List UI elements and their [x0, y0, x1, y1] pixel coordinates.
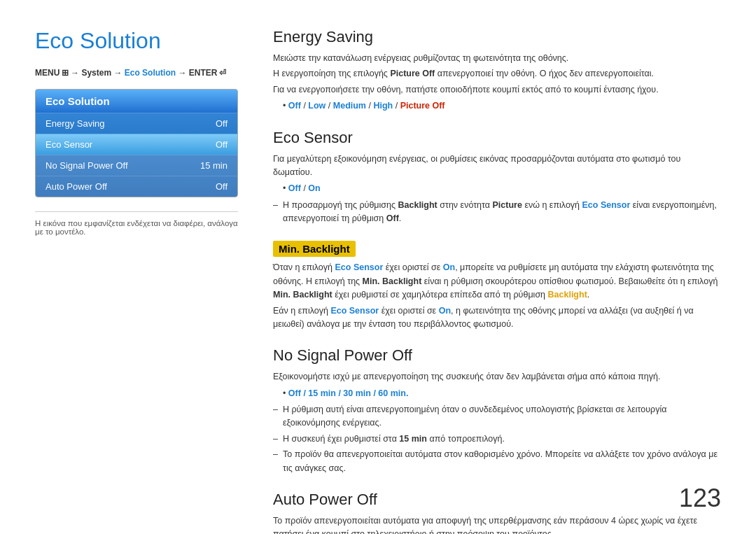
page-container: Eco Solution MENU ⊞ → System → Eco Solut…: [0, 0, 756, 534]
ui-box-row-auto-power[interactable]: Auto Power Off Off: [36, 176, 237, 197]
no-signal-bullet: • Off / 15 min / 30 min / 60 min.: [283, 387, 721, 400]
no-signal-note3: Το προϊόν θα απενεργοποιείται αυτόματα σ…: [273, 448, 721, 475]
no-signal-note1: Η ρύθμιση αυτή είναι απενεργοποιημένη ότ…: [273, 403, 721, 430]
section-body-auto-power-off: Το προϊόν απενεργοποιείται αυτόματα για …: [273, 514, 721, 534]
section-title-eco-sensor: Eco Sensor: [273, 129, 721, 147]
ui-box: Eco Solution Energy Saving Off Eco Senso…: [35, 89, 238, 197]
page-title: Eco Solution: [35, 28, 238, 54]
divider: [35, 211, 238, 212]
ui-box-row-no-signal[interactable]: No Signal Power Off 15 min: [36, 155, 237, 176]
row-value-eco-sensor: Off: [216, 139, 227, 150]
left-panel: Eco Solution MENU ⊞ → System → Eco Solut…: [35, 28, 259, 506]
model-note: Η εικόνα που εμφανίζεται ενδέχεται να δι…: [35, 219, 238, 236]
energy-saving-p3: Για να ενεργοποιήσετε την οθόνη, πατήστε…: [273, 83, 721, 97]
section-body-min-backlight: Όταν η επιλογή Eco Sensor έχει οριστεί σ…: [273, 261, 721, 331]
ui-box-row-eco-sensor[interactable]: Eco Sensor Off: [36, 134, 237, 155]
min-backlight-p1: Όταν η επιλογή Eco Sensor έχει οριστεί σ…: [273, 261, 721, 302]
no-signal-note2: Η συσκευή έχει ρυθμιστεί στα 15 min από …: [273, 433, 721, 446]
menu-path: MENU ⊞ → System → Eco Solution → ENTER ⏎: [35, 68, 238, 78]
min-backlight-p2: Εάν η επιλογή Eco Sensor έχει οριστεί σε…: [273, 304, 721, 332]
menu-path-highlight: Eco Solution: [125, 68, 176, 78]
section-eco-sensor: Eco Sensor Για μεγαλύτερη εξοικονόμηση ε…: [273, 129, 721, 226]
row-label-energy-saving: Energy Saving: [46, 118, 105, 129]
section-body-energy-saving: Μειώστε την κατανάλωση ενέργειας ρυθμίζο…: [273, 52, 721, 113]
section-energy-saving: Energy Saving Μειώστε την κατανάλωση ενέ…: [273, 28, 721, 113]
section-min-backlight: Min. Backlight Όταν η επιλογή Eco Sensor…: [273, 241, 721, 331]
energy-saving-bullet: • Off / Low / Medium / High / Picture Of…: [283, 99, 721, 113]
no-signal-p1: Εξοικονομήστε ισχύ με απενεργοποίηση της…: [273, 370, 721, 384]
row-value-energy-saving: Off: [216, 118, 227, 129]
right-panel: Energy Saving Μειώστε την κατανάλωση ενέ…: [259, 28, 721, 506]
auto-power-off-p1: Το προϊόν απενεργοποιείται αυτόματα για …: [273, 514, 721, 534]
section-title-energy-saving: Energy Saving: [273, 28, 721, 46]
page-number: 123: [679, 484, 721, 513]
energy-saving-p2: Η ενεργοποίηση της επιλογής Picture Off …: [273, 67, 721, 80]
row-label-eco-sensor: Eco Sensor: [46, 139, 92, 150]
section-body-no-signal: Εξοικονομήστε ισχύ με απενεργοποίηση της…: [273, 370, 721, 475]
row-value-no-signal: 15 min: [200, 160, 227, 171]
row-value-auto-power: Off: [216, 181, 227, 192]
eco-sensor-note: Η προσαρμογή της ρύθμισης Backlight στην…: [273, 199, 721, 226]
ui-box-row-energy-saving[interactable]: Energy Saving Off: [36, 113, 237, 134]
row-label-no-signal: No Signal Power Off: [46, 160, 128, 171]
section-no-signal: No Signal Power Off Εξοικονομήστε ισχύ μ…: [273, 346, 721, 475]
eco-sensor-p1: Για μεγαλύτερη εξοικονόμηση ενέργειας, ο…: [273, 153, 721, 180]
section-title-no-signal: No Signal Power Off: [273, 346, 721, 365]
section-title-auto-power-off: Auto Power Off: [273, 491, 721, 509]
section-title-min-backlight: Min. Backlight: [273, 241, 356, 257]
eco-sensor-bullet: • Off / On: [283, 182, 721, 195]
section-auto-power-off: Auto Power Off Το προϊόν απενεργοποιείτα…: [273, 491, 721, 534]
ui-box-title: Eco Solution: [36, 90, 237, 113]
energy-saving-p1: Μειώστε την κατανάλωση ενέργειας ρυθμίζο…: [273, 52, 721, 65]
section-body-eco-sensor: Για μεγαλύτερη εξοικονόμηση ενέργειας, ο…: [273, 153, 721, 226]
row-label-auto-power: Auto Power Off: [46, 181, 107, 192]
